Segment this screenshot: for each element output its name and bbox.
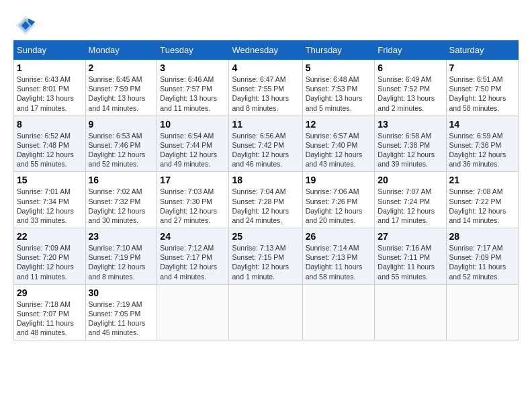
day-number: 19 — [306, 175, 372, 185]
day-info: Sunrise: 7:09 AMSunset: 7:20 PMDaylight:… — [17, 243, 83, 281]
day-number: 28 — [449, 231, 515, 242]
day-number: 27 — [378, 231, 443, 242]
day-info: Sunrise: 7:02 AMSunset: 7:32 PMDaylight:… — [89, 187, 154, 225]
empty-cell — [375, 284, 446, 340]
logo — [13, 13, 40, 38]
day-number: 4 — [232, 62, 299, 73]
day-number: 3 — [160, 62, 226, 73]
week-row-3: 15Sunrise: 7:01 AMSunset: 7:34 PMDayligh… — [14, 172, 519, 228]
day-cell-23: 23Sunrise: 7:10 AMSunset: 7:19 PMDayligh… — [85, 228, 157, 285]
day-cell-20: 20Sunrise: 7:07 AMSunset: 7:24 PMDayligh… — [375, 172, 446, 228]
empty-cell — [302, 284, 375, 340]
day-cell-26: 26Sunrise: 7:14 AMSunset: 7:13 PMDayligh… — [302, 228, 375, 285]
day-number: 22 — [17, 231, 83, 242]
day-number: 12 — [306, 119, 372, 130]
day-number: 14 — [449, 119, 515, 130]
day-info: Sunrise: 7:01 AMSunset: 7:34 PMDaylight:… — [17, 187, 83, 225]
week-row-2: 8Sunrise: 6:52 AMSunset: 7:48 PMDaylight… — [14, 116, 519, 172]
day-info: Sunrise: 6:54 AMSunset: 7:44 PMDaylight:… — [160, 131, 226, 169]
day-info: Sunrise: 7:10 AMSunset: 7:19 PMDaylight:… — [89, 243, 154, 281]
day-number: 17 — [160, 175, 226, 185]
day-info: Sunrise: 6:51 AMSunset: 7:50 PMDaylight:… — [449, 75, 515, 113]
day-number: 26 — [306, 231, 372, 242]
day-cell-13: 13Sunrise: 6:58 AMSunset: 7:38 PMDayligh… — [375, 116, 446, 172]
day-cell-27: 27Sunrise: 7:16 AMSunset: 7:11 PMDayligh… — [375, 228, 446, 285]
day-cell-30: 30Sunrise: 7:19 AMSunset: 7:05 PMDayligh… — [85, 284, 157, 340]
day-info: Sunrise: 6:47 AMSunset: 7:55 PMDaylight:… — [232, 75, 299, 113]
day-info: Sunrise: 7:06 AMSunset: 7:26 PMDaylight:… — [306, 187, 372, 225]
day-cell-8: 8Sunrise: 6:52 AMSunset: 7:48 PMDaylight… — [14, 116, 86, 172]
day-cell-6: 6Sunrise: 6:49 AMSunset: 7:52 PMDaylight… — [375, 60, 446, 116]
day-cell-7: 7Sunrise: 6:51 AMSunset: 7:50 PMDaylight… — [446, 60, 518, 116]
col-header-monday: Monday — [85, 41, 157, 60]
day-info: Sunrise: 6:49 AMSunset: 7:52 PMDaylight:… — [378, 75, 443, 113]
day-cell-2: 2Sunrise: 6:45 AMSunset: 7:59 PMDaylight… — [85, 60, 157, 116]
day-info: Sunrise: 6:43 AMSunset: 8:01 PMDaylight:… — [17, 75, 83, 113]
empty-cell — [157, 284, 229, 340]
day-number: 1 — [17, 62, 83, 73]
calendar-table: SundayMondayTuesdayWednesdayThursdayFrid… — [13, 40, 519, 340]
day-info: Sunrise: 6:57 AMSunset: 7:40 PMDaylight:… — [306, 131, 372, 169]
col-header-sunday: Sunday — [14, 41, 86, 60]
day-cell-1: 1Sunrise: 6:43 AMSunset: 8:01 PMDaylight… — [14, 60, 86, 116]
day-cell-16: 16Sunrise: 7:02 AMSunset: 7:32 PMDayligh… — [85, 172, 157, 228]
day-number: 13 — [378, 119, 443, 130]
day-info: Sunrise: 7:12 AMSunset: 7:17 PMDaylight:… — [160, 243, 226, 281]
day-number: 25 — [232, 231, 299, 242]
day-info: Sunrise: 6:56 AMSunset: 7:42 PMDaylight:… — [232, 131, 299, 169]
day-number: 9 — [89, 119, 154, 130]
day-cell-11: 11Sunrise: 6:56 AMSunset: 7:42 PMDayligh… — [229, 116, 302, 172]
day-info: Sunrise: 7:16 AMSunset: 7:11 PMDaylight:… — [378, 243, 443, 281]
day-number: 7 — [449, 62, 515, 73]
empty-cell — [229, 284, 302, 340]
day-number: 23 — [89, 231, 154, 242]
day-cell-9: 9Sunrise: 6:53 AMSunset: 7:46 PMDaylight… — [85, 116, 157, 172]
calendar-header-row: SundayMondayTuesdayWednesdayThursdayFrid… — [14, 41, 519, 60]
day-cell-21: 21Sunrise: 7:08 AMSunset: 7:22 PMDayligh… — [446, 172, 518, 228]
day-cell-3: 3Sunrise: 6:46 AMSunset: 7:57 PMDaylight… — [157, 60, 229, 116]
page: SundayMondayTuesdayWednesdayThursdayFrid… — [0, 0, 532, 347]
day-cell-22: 22Sunrise: 7:09 AMSunset: 7:20 PMDayligh… — [14, 228, 86, 285]
day-cell-5: 5Sunrise: 6:48 AMSunset: 7:53 PMDaylight… — [302, 60, 375, 116]
day-number: 8 — [17, 119, 83, 130]
day-cell-24: 24Sunrise: 7:12 AMSunset: 7:17 PMDayligh… — [157, 228, 229, 285]
day-info: Sunrise: 6:46 AMSunset: 7:57 PMDaylight:… — [160, 75, 226, 113]
day-cell-29: 29Sunrise: 7:18 AMSunset: 7:07 PMDayligh… — [14, 284, 86, 340]
day-number: 29 — [17, 287, 83, 298]
col-header-saturday: Saturday — [446, 41, 518, 60]
day-info: Sunrise: 7:18 AMSunset: 7:07 PMDaylight:… — [17, 300, 83, 338]
day-info: Sunrise: 7:08 AMSunset: 7:22 PMDaylight:… — [449, 187, 515, 225]
day-number: 24 — [160, 231, 226, 242]
day-number: 6 — [378, 62, 443, 73]
day-number: 16 — [89, 175, 154, 185]
week-row-4: 22Sunrise: 7:09 AMSunset: 7:20 PMDayligh… — [14, 228, 519, 285]
col-header-tuesday: Tuesday — [157, 41, 229, 60]
day-info: Sunrise: 7:07 AMSunset: 7:24 PMDaylight:… — [378, 187, 443, 225]
col-header-friday: Friday — [375, 41, 446, 60]
day-info: Sunrise: 7:04 AMSunset: 7:28 PMDaylight:… — [232, 187, 299, 225]
empty-cell — [446, 284, 518, 340]
col-header-thursday: Thursday — [302, 41, 375, 60]
day-info: Sunrise: 7:14 AMSunset: 7:13 PMDaylight:… — [306, 243, 372, 281]
day-info: Sunrise: 6:45 AMSunset: 7:59 PMDaylight:… — [89, 75, 154, 113]
day-number: 20 — [378, 175, 443, 185]
day-cell-15: 15Sunrise: 7:01 AMSunset: 7:34 PMDayligh… — [14, 172, 86, 228]
day-info: Sunrise: 7:19 AMSunset: 7:05 PMDaylight:… — [89, 300, 154, 338]
day-number: 5 — [306, 62, 372, 73]
day-number: 21 — [449, 175, 515, 185]
day-info: Sunrise: 7:03 AMSunset: 7:30 PMDaylight:… — [160, 187, 226, 225]
week-row-5: 29Sunrise: 7:18 AMSunset: 7:07 PMDayligh… — [14, 284, 519, 340]
day-cell-4: 4Sunrise: 6:47 AMSunset: 7:55 PMDaylight… — [229, 60, 302, 116]
day-cell-12: 12Sunrise: 6:57 AMSunset: 7:40 PMDayligh… — [302, 116, 375, 172]
day-number: 15 — [17, 175, 83, 185]
header — [13, 13, 519, 38]
day-cell-10: 10Sunrise: 6:54 AMSunset: 7:44 PMDayligh… — [157, 116, 229, 172]
day-info: Sunrise: 6:59 AMSunset: 7:36 PMDaylight:… — [449, 131, 515, 169]
day-cell-25: 25Sunrise: 7:13 AMSunset: 7:15 PMDayligh… — [229, 228, 302, 285]
day-cell-18: 18Sunrise: 7:04 AMSunset: 7:28 PMDayligh… — [229, 172, 302, 228]
week-row-1: 1Sunrise: 6:43 AMSunset: 8:01 PMDaylight… — [14, 60, 519, 116]
day-cell-17: 17Sunrise: 7:03 AMSunset: 7:30 PMDayligh… — [157, 172, 229, 228]
day-number: 11 — [232, 119, 299, 130]
day-cell-19: 19Sunrise: 7:06 AMSunset: 7:26 PMDayligh… — [302, 172, 375, 228]
day-info: Sunrise: 6:53 AMSunset: 7:46 PMDaylight:… — [89, 131, 154, 169]
